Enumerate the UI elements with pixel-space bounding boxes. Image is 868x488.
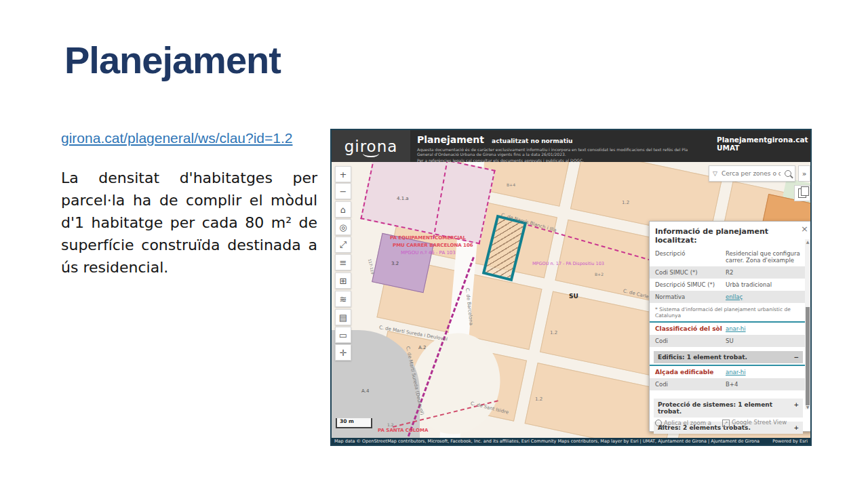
basemap-button[interactable]: ⊞	[335, 272, 351, 289]
planning-annotation: MPGOU n.º 46 - PA 103	[401, 250, 456, 256]
locate-button[interactable]: ◎	[335, 219, 351, 235]
panel-scrollbar[interactable]: ▲ ▼	[805, 239, 810, 409]
zone-label: 4.1.a	[397, 196, 409, 201]
panel-row-descripcio-simuc: Descripció SIMUC (*) Urbà tradicional	[650, 279, 810, 291]
purple-parcel	[372, 233, 434, 293]
header-link-umat[interactable]: UMAT	[717, 144, 739, 152]
zone-label: 1.2	[535, 396, 542, 402]
full-extent-button[interactable]: ⤢	[335, 237, 351, 253]
legend-button[interactable]: ≡	[335, 254, 351, 270]
external-link-icon: ↗	[722, 420, 730, 427]
search-box: ▽	[709, 165, 795, 182]
anar-hi-link[interactable]: anar-hi	[726, 369, 802, 375]
search-input[interactable]	[720, 169, 782, 178]
map-canvas[interactable]: 4.1.a 3.2 A.2 A.4 SU 1.2 1.2 1.2 1.2 C. …	[332, 162, 810, 438]
panel-row-classificacio: Classificació del sòl anar-hi	[650, 321, 810, 335]
google-street-view-link[interactable]: ↗Google Street View	[722, 419, 787, 427]
header-right-links: Planejament girona.cat UMAT	[717, 136, 804, 152]
search-expand-button[interactable]: »	[798, 165, 810, 182]
page-title: Planejament	[64, 38, 281, 82]
zone-label: A.2	[418, 345, 426, 350]
collapse-icon[interactable]: −	[793, 354, 799, 361]
map-app-screenshot: girona Planejament actualitzat no normat…	[330, 129, 812, 446]
zone-label: A.4	[361, 388, 369, 394]
layers-button[interactable]: ≋	[335, 291, 351, 307]
panel-footnote: * Sistema d'informació del planejament u…	[650, 303, 810, 321]
panel-title: Informació de planejament localitzat:	[650, 222, 810, 247]
planning-annotation: PA SANTA COLOMA	[378, 428, 428, 433]
scroll-up-icon[interactable]: ▲	[805, 239, 810, 244]
planning-annotation: PMU CARRER BARCELONA 106	[393, 243, 473, 248]
building-code-label: B+2	[595, 272, 604, 277]
expand-icon[interactable]: +	[793, 401, 799, 415]
pink-planning-zone	[360, 162, 495, 244]
print-button[interactable]: ▤	[335, 309, 351, 325]
basemap-toggle-button[interactable]	[794, 185, 810, 201]
pan-button[interactable]: ✛	[335, 344, 351, 361]
section-edificis[interactable]: Edificis: 1 element trobat. −	[654, 351, 803, 363]
normativa-link[interactable]: enllaç	[726, 293, 802, 300]
body-paragraph: La densitat d'habitatges per parcel·la h…	[61, 167, 317, 279]
zone-label: 3.2	[391, 261, 399, 266]
apply-zoom-link[interactable]: Aplica el zoom a	[655, 420, 711, 427]
panel-footer: Aplica el zoom a ↗Google Street View	[650, 415, 810, 431]
panel-row-codi-sol: Codi SU	[650, 335, 810, 347]
source-url-link[interactable]: girona.cat/plageneral/ws/clau?id=1.2	[61, 130, 292, 146]
app-header: girona Planejament actualitzat no normat…	[332, 130, 810, 162]
app-subtitle: actualitzat no normatiu	[492, 138, 572, 144]
scrollbar-thumb[interactable]	[806, 307, 810, 405]
zone-label: 1.2	[550, 330, 557, 336]
panel-row-codi-alcada: Codi B+4	[650, 378, 810, 390]
close-icon[interactable]: ×	[801, 225, 808, 233]
map-attribution-bar: Map data © OpenStreetMap contributors, M…	[332, 438, 810, 445]
planning-annotation: MPGOU n. 17 - PA Dispositiu 103	[532, 261, 604, 266]
zoom-out-button[interactable]: −	[335, 183, 351, 199]
measure-button[interactable]: ▭	[335, 327, 351, 343]
anar-hi-link[interactable]: anar-hi	[726, 325, 802, 332]
app-title: Planejament	[417, 134, 484, 145]
header-link-planejament[interactable]: Planejament	[717, 136, 767, 144]
planning-annotation: PA EQUIPAMENT COMERCIAL	[390, 235, 466, 241]
search-icon[interactable]	[785, 170, 791, 177]
presentation-slide: Planejament girona.cat/plageneral/ws/cla…	[0, 0, 868, 488]
zoom-to-icon	[655, 420, 662, 426]
building-code-label: B+4	[507, 182, 515, 187]
disclaimer-line-1: Aquesta documentació és de caràcter excl…	[417, 147, 688, 157]
zone-label: 1.2	[622, 200, 629, 205]
map-scale-bar: 30 m	[336, 418, 372, 428]
panel-row-descripcio: Descripció Residencial que configura car…	[650, 247, 810, 266]
logo-smile-curve	[363, 150, 379, 157]
search-filter-icon[interactable]: ▽	[713, 170, 717, 177]
zoom-in-button[interactable]: +	[335, 166, 351, 182]
panel-row-alcada: Alçada edificable anar-hi	[650, 365, 810, 378]
zone-label: 1.2	[387, 422, 394, 427]
zone-label-su: SU	[569, 293, 578, 300]
header-link-girona-cat[interactable]: girona.cat	[767, 136, 808, 144]
girona-logo[interactable]: girona	[332, 130, 410, 162]
scroll-down-icon[interactable]: ▼	[805, 405, 810, 409]
panel-row-codi-simuc: Codi SIMUC (*) R2	[650, 266, 810, 279]
attribution-text: Map data © OpenStreetMap contributors, M…	[334, 439, 760, 444]
panel-row-normativa: Normativa enllaç	[650, 291, 810, 303]
planning-info-panel: Informació de planejament localitzat: × …	[649, 221, 810, 432]
pages-icon	[798, 188, 806, 198]
powered-by-esri: Powered by Esri	[772, 439, 808, 444]
home-button[interactable]: ⌂	[335, 201, 351, 218]
building-code-label: 117-119	[368, 258, 375, 274]
